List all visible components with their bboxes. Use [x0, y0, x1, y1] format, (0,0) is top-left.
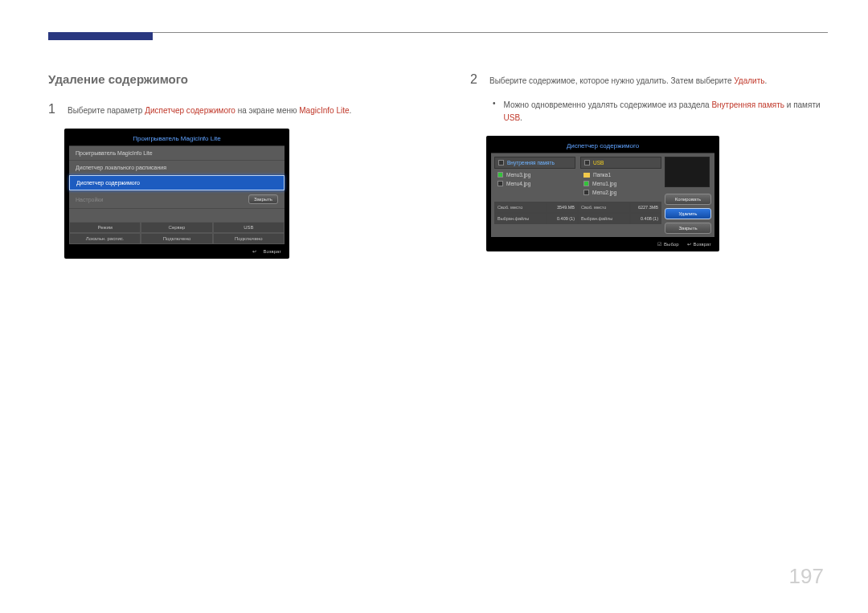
cm-internal-list: Menu3.jpg Menu4.jpg	[494, 169, 575, 190]
step-2-text: Выберите содержимое, которое нужно удали…	[489, 75, 767, 88]
step-1-number: 1	[48, 102, 58, 116]
step-1-red-1: Диспетчер содержимого	[145, 106, 235, 115]
menu-item-settings-row[interactable]: Настройки Закрыть	[69, 190, 285, 209]
preview-box	[665, 157, 710, 187]
select-label: Выбор	[664, 242, 678, 247]
list-item[interactable]: Menu2.jpg	[580, 188, 661, 197]
cm-col-internal: Внутренняя память Menu3.jpg Menu4.jpg	[494, 157, 575, 198]
info-server-header: Сервер	[141, 222, 212, 233]
section-title: Удаление содержимого	[48, 72, 406, 86]
list-item[interactable]: Menu1.jpg	[580, 179, 661, 188]
folder-icon	[583, 173, 590, 178]
step-2-number: 2	[470, 72, 480, 87]
select-icon	[657, 242, 664, 247]
stat-free1-value: 3549.MB	[547, 202, 578, 213]
file-name: Menu1.jpg	[592, 181, 616, 186]
stat-sel2-value: 0.408 (1)	[630, 213, 661, 224]
checkbox-checked-icon[interactable]	[497, 172, 503, 178]
bullet-red-2: USB	[504, 113, 521, 122]
info-server-value: Подключено	[141, 233, 212, 244]
cm-usb-list: Папка1 Menu1.jpg Menu2.jpg	[580, 169, 661, 198]
return-label: Возврат	[694, 242, 712, 247]
cm-col-usb: USB Папка1 Menu1.jpg	[580, 157, 661, 198]
screenshot-magicinfo-menu: Проигрыватель MagicInfo Lite Проигрывате…	[64, 129, 289, 259]
right-column: 2 Выберите содержимое, которое нужно уда…	[470, 72, 828, 259]
close-button[interactable]: Закрыть	[665, 223, 711, 234]
bullet-dot-icon: •	[493, 99, 496, 125]
shot1-menu-list: Проигрыватель MagicInfo Lite Диспетчер л…	[69, 146, 285, 244]
stat-free2-value: 6227.3MB	[630, 202, 661, 213]
shot2-footer: Выбор Возврат	[491, 237, 714, 247]
step-2-text-pre: Выберите содержимое, которое нужно удали…	[489, 76, 734, 85]
step-1-text-post: .	[350, 106, 352, 115]
list-item[interactable]: Папка1	[580, 170, 661, 179]
stat-sel2-label: Выбран.файлы	[578, 213, 630, 224]
cm-internal-title: Внутренняя память	[507, 160, 555, 166]
step-1-text-pre: Выберите параметр	[68, 106, 145, 115]
list-item[interactable]: Menu4.jpg	[494, 179, 575, 188]
delete-button[interactable]: Удалить	[665, 208, 711, 219]
shot1-return-label: Возврат	[264, 249, 282, 254]
close-button[interactable]: Закрыть	[248, 194, 278, 204]
left-column: Удаление содержимого 1 Выберите параметр…	[48, 72, 406, 259]
menu-item-local-schedule[interactable]: Диспетчер локального расписания	[69, 161, 285, 175]
stat-sel1-value: 0.409 (1)	[547, 213, 578, 224]
step-2-text-post: .	[764, 76, 767, 85]
bullet-post: .	[520, 113, 522, 122]
menu-item-settings-label: Настройки	[76, 197, 103, 202]
return-icon	[687, 242, 694, 247]
stat-free2-label: Своб. место	[578, 202, 630, 213]
checkbox-icon[interactable]	[497, 181, 503, 186]
step-2-bullet: • Можно одновременно удалять содержимое …	[493, 99, 828, 125]
step-1-text-mid: на экране меню	[235, 106, 299, 115]
menu-item-content-manager[interactable]: Диспетчер содержимого	[69, 175, 285, 190]
cm-usb-title: USB	[593, 160, 604, 166]
step-1-text: Выберите параметр Диспетчер содержимого …	[68, 104, 351, 117]
info-mode-value: Локальн. распис.	[69, 233, 141, 244]
page-number: 197	[789, 564, 824, 589]
info-usb-header: USB	[213, 222, 285, 233]
checkbox-icon[interactable]	[584, 160, 590, 166]
folder-name: Папка1	[593, 172, 611, 178]
file-name: Menu2.jpg	[592, 190, 616, 195]
bullet-pre: Можно одновременно удалять содержимое из…	[504, 100, 712, 109]
stat-free1-label: Своб. место	[494, 202, 547, 213]
shot2-title: Диспетчер содержимого	[491, 141, 714, 153]
step-2-red: Удалить	[734, 76, 764, 85]
return-icon	[252, 248, 259, 254]
return-hint: Возврат	[687, 241, 712, 247]
menu-item-player[interactable]: Проигрыватель MagicInfo Lite	[69, 146, 285, 161]
header-accent-bar	[48, 32, 153, 40]
cm-internal-header[interactable]: Внутренняя память	[494, 157, 575, 169]
list-item[interactable]: Menu3.jpg	[494, 170, 575, 179]
checkbox-icon[interactable]	[498, 160, 504, 166]
checkbox-checked-icon[interactable]	[583, 181, 589, 186]
header-rule	[48, 32, 828, 33]
shot1-info-table: Режим Сервер USB Локальн. распис. Подклю…	[69, 222, 285, 244]
bullet-mid: и памяти	[784, 100, 821, 109]
step-1: 1 Выберите параметр Диспетчер содержимог…	[48, 102, 406, 117]
cm-left-panel: Внутренняя память Menu3.jpg Menu4.jpg	[494, 157, 661, 234]
screenshot-content-manager: Диспетчер содержимого Внутренняя память	[486, 136, 719, 251]
step-1-red-2: MagicInfo Lite	[299, 106, 349, 115]
cm-usb-header[interactable]: USB	[580, 157, 661, 169]
copy-button[interactable]: Копировать	[665, 194, 711, 205]
cm-right-panel: Копировать Удалить Закрыть	[665, 157, 711, 234]
bullet-red-1: Внутренняя память	[711, 100, 784, 109]
step-2-bullet-text: Можно одновременно удалять содержимое из…	[504, 99, 828, 125]
select-hint: Выбор	[657, 241, 678, 247]
file-name: Menu4.jpg	[506, 181, 530, 186]
shot1-title: Проигрыватель MagicInfo Lite	[69, 133, 285, 146]
step-2: 2 Выберите содержимое, которое нужно уда…	[470, 72, 828, 88]
shot1-footer: Возврат	[69, 244, 285, 254]
stat-sel1-label: Выбран.файлы	[494, 213, 547, 224]
cm-stats: Своб. место 3549.MB Своб. место 6227.3MB…	[494, 202, 661, 224]
content-manager-body: Внутренняя память Menu3.jpg Menu4.jpg	[491, 153, 714, 237]
checkbox-icon[interactable]	[583, 190, 589, 195]
info-usb-value: Подключено	[213, 233, 285, 244]
file-name: Menu3.jpg	[506, 172, 530, 178]
info-mode-header: Режим	[69, 222, 141, 233]
